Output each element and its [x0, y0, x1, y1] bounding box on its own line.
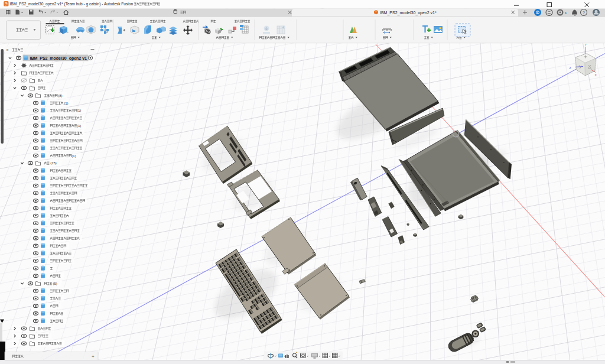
svg-text:+: + [92, 354, 95, 359]
svg-text:(1): (1) [71, 154, 76, 158]
svg-text:(8): (8) [58, 94, 62, 98]
svg-text:IBM_PS2_model30_open2 v1*: IBM_PS2_model30_open2 v1* [380, 11, 437, 15]
svg-text:«: « [6, 48, 9, 52]
svg-text:Z: Z [570, 66, 571, 70]
svg-text:(1): (1) [77, 109, 81, 112]
svg-text:IBM_PS2_model30_open2 v1: IBM_PS2_model30_open2 v1 [30, 56, 87, 61]
svg-text:Y: Y [585, 43, 587, 47]
svg-text:IBM_PS2_model30_open2 v1* (Tea: IBM_PS2_model30_open2 v1* (Team hub - g … [10, 2, 134, 6]
svg-text:(1): (1) [64, 102, 68, 105]
svg-text:(5): (5) [53, 282, 57, 285]
svg-text:?: ? [583, 11, 585, 15]
svg-text:(15): (15) [50, 161, 57, 165]
svg-text:X: X [595, 73, 597, 77]
svg-text:(1): (1) [77, 124, 81, 128]
